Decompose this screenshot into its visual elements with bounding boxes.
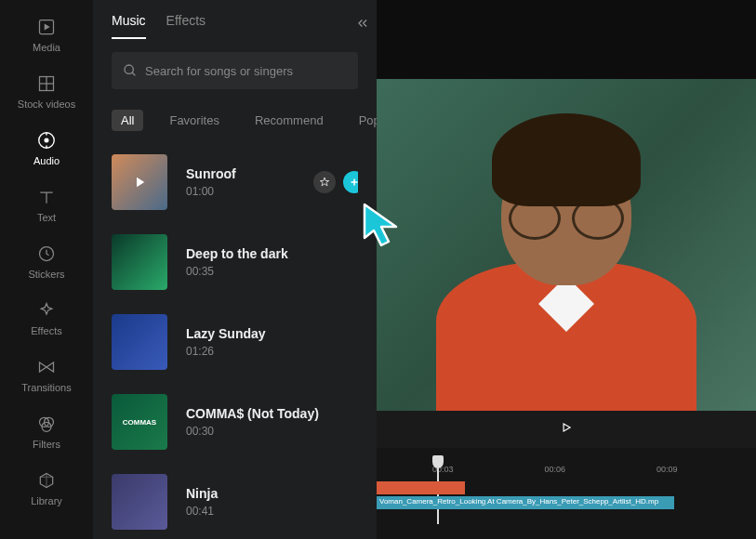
track-duration: 01:00 xyxy=(186,185,236,198)
sidebar-label: Library xyxy=(31,495,62,506)
track-thumbnail[interactable] xyxy=(112,474,167,530)
venn-icon xyxy=(36,414,57,434)
timeline[interactable]: 00:03 00:06 00:09 Voman_Camera_Retro_Loo… xyxy=(377,448,756,539)
search-bar[interactable] xyxy=(112,52,358,89)
sidebar-item-transitions[interactable]: Transitions xyxy=(21,357,71,393)
filter-recommend[interactable]: Recommend xyxy=(245,110,333,131)
sidebar-item-effects[interactable]: Effects xyxy=(31,300,61,336)
track-item[interactable]: Sunroof 01:00 xyxy=(112,154,358,210)
sparkle-icon xyxy=(36,300,57,321)
plus-icon xyxy=(349,177,358,188)
video-preview[interactable] xyxy=(377,79,756,411)
sidebar-label: Stock videos xyxy=(18,99,75,110)
play-square-icon xyxy=(36,17,57,37)
sidebar-item-stickers[interactable]: Stickers xyxy=(28,243,64,280)
music-disc-icon xyxy=(36,130,57,151)
track-thumbnail[interactable] xyxy=(112,154,167,210)
tab-music[interactable]: Music xyxy=(112,13,146,39)
clock-icon xyxy=(36,243,57,264)
text-icon xyxy=(36,187,57,207)
panel-tabs: Music Effects xyxy=(112,0,358,52)
cube-icon xyxy=(36,470,57,491)
sidebar-label: Media xyxy=(33,42,60,53)
track-actions xyxy=(313,171,358,193)
track-item[interactable]: Lazy Sunday 01:26 xyxy=(112,314,358,370)
sidebar-label: Filters xyxy=(33,439,60,450)
filter-favorites[interactable]: Favorites xyxy=(160,110,228,131)
sidebar-item-text[interactable]: Text xyxy=(36,187,57,223)
favorite-button[interactable] xyxy=(313,171,336,193)
preview-controls xyxy=(377,411,756,448)
svg-line-11 xyxy=(132,72,135,75)
ruler-mark: 00:09 xyxy=(657,465,678,474)
tab-effects[interactable]: Effects xyxy=(166,13,206,39)
track-info: Deep to the dark 00:35 xyxy=(186,246,288,278)
track-duration: 00:30 xyxy=(186,425,319,438)
sidebar-item-library[interactable]: Library xyxy=(31,470,62,506)
collapse-panel-button[interactable] xyxy=(356,17,369,33)
preview-person xyxy=(436,132,696,411)
add-track-button[interactable] xyxy=(343,171,358,193)
play-button[interactable] xyxy=(560,421,573,438)
track-title: Deep to the dark xyxy=(186,246,288,261)
play-icon xyxy=(560,421,573,434)
track-info: Sunroof 01:00 xyxy=(186,166,236,198)
sidebar-item-filters[interactable]: Filters xyxy=(33,414,60,450)
track-item[interactable]: Ninja 00:41 xyxy=(112,474,358,530)
track-duration: 00:41 xyxy=(186,505,218,518)
sidebar: Media Stock videos Audio Text Stickers E… xyxy=(0,0,93,539)
track-thumbnail[interactable]: COMMAS xyxy=(112,394,167,450)
sidebar-item-audio[interactable]: Audio xyxy=(33,130,60,166)
track-info: Lazy Sunday 01:26 xyxy=(186,326,266,358)
sidebar-label: Text xyxy=(37,212,56,223)
sidebar-label: Transitions xyxy=(21,382,71,393)
track-thumbnail[interactable] xyxy=(112,314,167,370)
track-item[interactable]: COMMAS COMMA$ (Not Today) 00:30 xyxy=(112,394,358,450)
track-title: COMMA$ (Not Today) xyxy=(186,406,319,421)
audio-clip[interactable]: Voman_Camera_Retro_Looking At Camera_By_… xyxy=(377,496,674,509)
main-area: 00:03 00:06 00:09 Voman_Camera_Retro_Loo… xyxy=(377,0,756,539)
sidebar-item-media[interactable]: Media xyxy=(33,17,60,53)
grid-icon xyxy=(36,73,57,94)
search-input[interactable] xyxy=(145,64,347,78)
sidebar-label: Effects xyxy=(31,325,61,336)
track-list: Sunroof 01:00 Deep to the dark 00:35 xyxy=(112,154,358,530)
filter-all[interactable]: All xyxy=(112,110,143,131)
track-title: Ninja xyxy=(186,486,218,501)
sidebar-label: Stickers xyxy=(28,269,64,280)
svg-point-5 xyxy=(45,138,48,142)
filter-row: All Favorites Recommend Pop xyxy=(112,108,358,132)
track-info: Ninja 00:41 xyxy=(186,486,218,518)
search-icon xyxy=(123,63,138,78)
svg-point-10 xyxy=(125,65,133,73)
track-thumbnail[interactable] xyxy=(112,234,167,290)
track-item[interactable]: Deep to the dark 00:35 xyxy=(112,234,358,290)
track-info: COMMA$ (Not Today) 00:30 xyxy=(186,406,319,438)
track-title: Sunroof xyxy=(186,166,236,181)
track-title: Lazy Sunday xyxy=(186,326,266,341)
ruler-mark: 00:06 xyxy=(545,465,566,474)
audio-panel: Music Effects All Favorites Recommend Po… xyxy=(93,0,377,539)
play-icon xyxy=(131,174,148,191)
sidebar-item-stock-videos[interactable]: Stock videos xyxy=(18,73,75,110)
bowtie-icon xyxy=(36,357,57,377)
track-duration: 01:26 xyxy=(186,345,266,358)
track-duration: 00:35 xyxy=(186,265,288,278)
sidebar-label: Audio xyxy=(33,155,60,166)
star-icon xyxy=(319,177,330,188)
video-clip[interactable] xyxy=(377,481,465,494)
